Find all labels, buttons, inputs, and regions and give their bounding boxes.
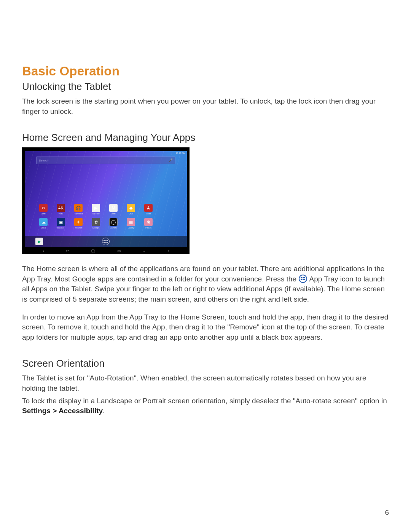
app-icon: 🎧 — [74, 204, 83, 212]
search-bar: Search 🎤 — [36, 157, 175, 164]
mic-icon: 🎤 — [169, 158, 173, 162]
app-icon: A — [144, 204, 153, 212]
page-number: 6 — [385, 508, 389, 517]
home-screen-paragraph-1: The Home screen is where all of the appl… — [22, 264, 389, 304]
tablet-home-screen: 10:28 AM Search 🎤 ✉Gmail4KVideo🎧Play Mus… — [25, 151, 187, 247]
app-gmail: MGmail — [108, 204, 119, 215]
app-icon: ☁ — [39, 218, 48, 226]
app-label: Camera — [110, 227, 117, 229]
app-tray-inline-icon — [299, 275, 307, 283]
nav-bar: ‹↩◯▭⌄› — [25, 247, 187, 254]
status-bar: 10:28 AM — [153, 151, 187, 155]
app-icon: ✿ — [92, 218, 100, 226]
app-label: Gmail — [111, 212, 116, 215]
app-photos: ❀Photos — [143, 218, 154, 229]
app-label: Gmail — [41, 212, 46, 215]
manual-page: Basic Operation Unlocking the Tablet The… — [0, 0, 411, 532]
app-video: 4KVideo — [55, 204, 67, 215]
app-label: Video — [59, 212, 64, 215]
app-icon: M — [109, 204, 118, 212]
nav-icon: ◯ — [91, 249, 95, 253]
orientation-paragraph-2: To lock the display in a Landscape or Po… — [22, 396, 389, 416]
app-icon: ✉ — [39, 204, 48, 212]
app-play-music: 🎧Play Music — [73, 204, 84, 215]
app-icon: 4K — [57, 204, 65, 212]
app-label: YouTube — [92, 212, 100, 215]
status-time: 10:28 AM — [176, 152, 185, 154]
app-label: Cloud — [41, 227, 46, 229]
orientation-paragraph-1: The Tablet is set for "Auto-Rotation". W… — [22, 373, 389, 393]
app-icon: ❀ — [144, 218, 153, 226]
app-tray-icon — [102, 238, 110, 245]
app-icon: ▶ — [92, 204, 100, 212]
orientation-p2-a: To lock the display in a Landscape or Po… — [22, 397, 387, 405]
section-heading-home-screen: Home Screen and Managing Your Apps — [22, 132, 389, 144]
app-settings: ✿Settings — [90, 218, 102, 229]
tablet-screenshot: 10:28 AM Search 🎤 ✉Gmail4KVideo🎧Play Mus… — [22, 147, 190, 254]
unlocking-paragraph: The lock screen is the starting point wh… — [22, 96, 389, 117]
nav-icon: ⌄ — [143, 249, 146, 253]
app-browser: ▣Browser — [55, 218, 67, 229]
app-drive: ◆Drive — [125, 204, 137, 215]
app-label: Photos — [145, 227, 151, 229]
nav-icon: ▭ — [117, 249, 121, 253]
page-title: Basic Operation — [22, 64, 389, 78]
app-icon: ▦ — [127, 218, 135, 226]
app-row-2: ☁Cloud▣Browser☀Weather✿Settings◯Camera▦G… — [38, 218, 174, 229]
app-label: Drive — [129, 212, 133, 215]
app-icon: ◆ — [127, 204, 135, 212]
settings-path: Settings > Accessibility — [22, 407, 103, 415]
app-grid: ✉Gmail4KVideo🎧Play Music▶YouTubeMGmail◆D… — [38, 204, 174, 229]
app-label: Weather — [75, 227, 82, 229]
dock: ▶ — [25, 236, 187, 247]
app-icon: ▣ — [57, 218, 65, 226]
app-label: Play Music — [74, 212, 83, 215]
app-gmail: ✉Gmail — [38, 204, 49, 215]
app-icon: ◯ — [109, 218, 118, 226]
app-youtube: ▶YouTube — [90, 204, 102, 215]
search-placeholder: Search — [39, 159, 48, 162]
app-weather: ☀Weather — [73, 218, 84, 229]
dock-app-play-store: ▶ — [35, 238, 43, 245]
nav-icon: ↩ — [66, 249, 69, 253]
section-heading-unlocking: Unlocking the Tablet — [22, 81, 389, 93]
app-label: Gallery — [128, 227, 134, 229]
app-gallery: ▦Gallery — [125, 218, 137, 229]
app-icon: ☀ — [74, 218, 83, 226]
app-label: Adobe — [146, 212, 151, 215]
app-camera: ◯Camera — [108, 218, 119, 229]
orientation-p2-c: . — [103, 407, 105, 415]
nav-icon: ‹ — [43, 249, 44, 253]
app-label: Settings — [92, 227, 99, 229]
section-heading-orientation: Screen Orientation — [22, 358, 389, 369]
app-label: Browser — [57, 227, 64, 229]
app-row-1: ✉Gmail4KVideo🎧Play Music▶YouTubeMGmail◆D… — [38, 204, 174, 215]
home-screen-paragraph-2: In order to move an App from the App Tra… — [22, 312, 389, 343]
app-cloud: ☁Cloud — [38, 218, 49, 229]
nav-icon: › — [168, 249, 169, 253]
app-adobe: AAdobe — [143, 204, 154, 215]
